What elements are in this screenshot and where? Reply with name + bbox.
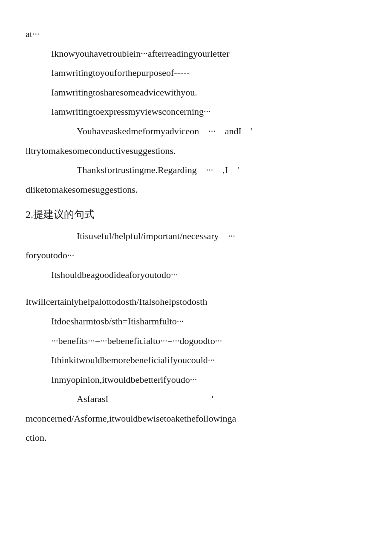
- line-9: Itwillcertainlyhelpalottodosth/Italsohel…: [26, 293, 366, 310]
- line-3: Iamwritingtosharesomeadvicewithyou.: [26, 84, 366, 101]
- main-content: at··· Iknowyouhavetroublein···afterreadi…: [26, 26, 366, 446]
- line-12: Ithinkitwouldbemorebeneficialifyoucould·…: [26, 352, 366, 369]
- line-2: Iamwritingtoyouforthepurposeof-----: [26, 64, 366, 81]
- line-at: at···: [26, 26, 366, 43]
- line-1: Iknowyouhavetroublein···afterreadingyour…: [26, 45, 366, 62]
- line-5b: lltrytomakesomeconductivesuggestions.: [26, 142, 366, 159]
- line-8: Itshouldbeagoodideaforyoutodo···: [26, 266, 366, 283]
- line-6b: dliketomakesomesuggestions.: [26, 181, 366, 198]
- line-10: Itdoesharmtosb/sth=Itisharmfulto···: [26, 313, 366, 330]
- line-14b: mconcerned/Asforme,itwouldbewisetoakethe…: [26, 410, 366, 427]
- line-14a: AsfarasI ': [26, 390, 366, 408]
- line-5a: Youhaveaskedmeformyadviceon ··· andI ': [26, 123, 366, 140]
- spacer-1: [26, 286, 366, 293]
- line-7a: Itisuseful/helpful/important/necessary ·…: [26, 228, 366, 245]
- line-7b: foryoutodo···: [26, 247, 366, 264]
- line-6a: Thanksfortrustingme.Regarding ··· ,I ': [26, 162, 366, 179]
- line-13: Inmyopinion,itwouldbebetterifyoudo···: [26, 371, 366, 388]
- section-heading: 2.提建议的句式: [26, 205, 366, 224]
- line-14c: ction.: [26, 429, 366, 446]
- line-4: Iamwritingtoexpressmyviewsconcerning···: [26, 103, 366, 120]
- line-11: ···benefits···=···bebeneficialto···=···d…: [26, 332, 366, 350]
